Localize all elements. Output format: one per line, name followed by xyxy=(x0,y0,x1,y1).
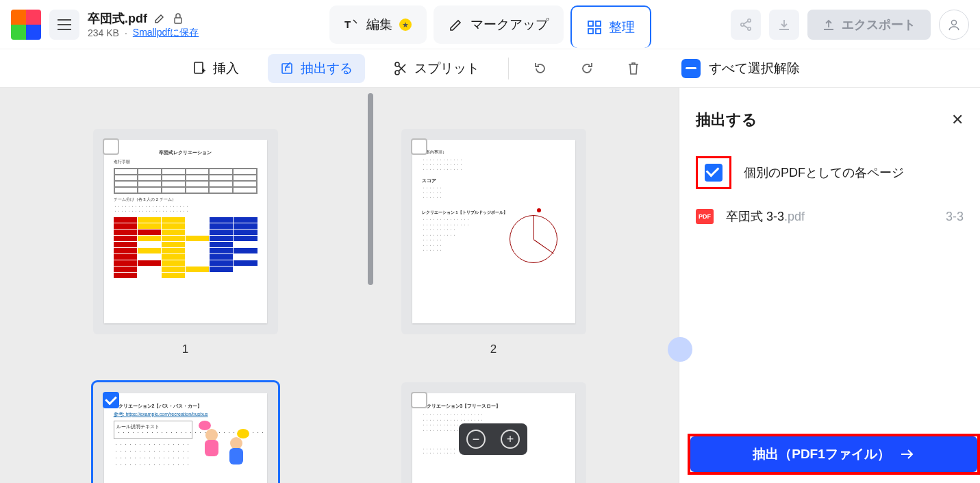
each-page-separate-checkbox[interactable] xyxy=(705,164,723,182)
highlight-box xyxy=(696,156,731,189)
share-button[interactable] xyxy=(731,10,761,40)
output-filename: 卒団式 3-3.pdf xyxy=(726,208,805,225)
extract-submit-button[interactable]: 抽出（PDF1ファイル） xyxy=(690,436,977,472)
svg-text:T: T xyxy=(344,18,351,30)
zoom-out-button[interactable]: − xyxy=(466,430,486,449)
menu-icon xyxy=(58,19,71,30)
page-3-preview: レクリエーション2【バス・バス・カー】 参考: https://example.… xyxy=(104,393,267,483)
edit-icon: T xyxy=(344,17,360,32)
split-icon xyxy=(394,61,407,76)
tab-organize[interactable]: 整理 xyxy=(570,5,651,48)
zoom-control: − + xyxy=(459,423,527,455)
deselect-all-button[interactable]: すべて選択解除 xyxy=(681,59,800,78)
app-logo[interactable] xyxy=(11,10,41,40)
top-right-actions: エクスポート xyxy=(731,10,969,40)
share-icon xyxy=(739,18,753,32)
panel-title: 抽出する xyxy=(696,110,757,130)
page-grid[interactable]: 卒団式レクリエーション 進行手順 チーム分け（各 3 人の 2 チーム） ・・・… xyxy=(0,88,679,483)
insert-tool[interactable]: 挿入 xyxy=(180,54,251,83)
rename-icon[interactable] xyxy=(154,12,166,25)
account-button[interactable] xyxy=(939,10,969,40)
scrollbar-thumb[interactable] xyxy=(368,93,373,285)
document-size: 234 KB xyxy=(88,27,119,38)
delete-page-button[interactable] xyxy=(618,53,649,84)
plus-icon: + xyxy=(507,432,514,447)
export-button[interactable]: エクスポート xyxy=(807,10,931,40)
page-thumb-2[interactable]: （案内事項） ・・・・・・・・・・・・・・・・・・・・・・・・・・・・・・・・・… xyxy=(398,129,590,375)
split-tool[interactable]: スプリット xyxy=(381,54,492,83)
output-file-row: PDF 卒団式 3-3.pdf 3-3 xyxy=(696,208,964,225)
svg-rect-0 xyxy=(175,18,181,23)
page-2-preview: （案内事項） ・・・・・・・・・・・・・・・・・・・・・・・・・・・・・・・・・… xyxy=(412,140,575,323)
insert-page-icon xyxy=(192,61,206,76)
close-icon: ✕ xyxy=(951,111,964,128)
scrollbar[interactable] xyxy=(368,88,375,483)
rotate-right-icon xyxy=(579,61,594,76)
rotate-left-icon xyxy=(533,61,548,76)
close-panel-button[interactable]: ✕ xyxy=(951,111,964,129)
floating-handle[interactable] xyxy=(668,337,692,362)
page-number: 1 xyxy=(182,343,188,356)
hamburger-menu[interactable] xyxy=(49,10,79,40)
extract-panel: 抽出する ✕ 個別のPDFとしての各ページ PDF 卒団式 3-3.pdf 3-… xyxy=(679,88,980,483)
svg-point-8 xyxy=(748,27,751,29)
svg-rect-4 xyxy=(588,29,593,34)
page-1-checkbox[interactable] xyxy=(103,138,119,155)
each-page-separate-label: 個別のPDFとしての各ページ xyxy=(744,164,904,181)
minus-icon: − xyxy=(473,432,480,447)
page-3-checkbox[interactable] xyxy=(103,392,119,408)
highlight-box-2: 抽出（PDF1ファイル） xyxy=(688,434,980,475)
organize-toolbar: 挿入 抽出する スプリット すべて選択解除 xyxy=(0,49,980,88)
svg-rect-10 xyxy=(194,62,203,73)
deselect-icon xyxy=(681,59,701,78)
export-icon xyxy=(822,18,835,31)
rotate-right-button[interactable] xyxy=(572,53,602,84)
svg-point-6 xyxy=(741,23,744,25)
user-icon xyxy=(947,18,961,32)
top-bar: 卒団式.pdf 234 KB · Smallpdfに保存 T 編集 ★ マークア… xyxy=(0,0,980,49)
rotate-left-button[interactable] xyxy=(525,53,555,84)
page-number: 2 xyxy=(490,343,497,356)
page-4-checkbox[interactable] xyxy=(411,392,427,408)
extract-tool[interactable]: 抽出する xyxy=(268,54,365,83)
svg-point-7 xyxy=(748,18,751,21)
svg-rect-3 xyxy=(596,21,601,26)
lock-icon xyxy=(173,12,186,25)
page-2-checkbox[interactable] xyxy=(411,138,427,155)
pdf-icon: PDF xyxy=(696,209,714,224)
page-thumb-1[interactable]: 卒団式レクリエーション 進行手順 チーム分け（各 3 人の 2 チーム） ・・・… xyxy=(90,129,281,375)
mode-tabs: T 編集 ★ マークアップ 整理 xyxy=(329,5,651,48)
download-icon xyxy=(777,18,791,32)
svg-point-9 xyxy=(952,20,957,25)
page-thumb-3[interactable]: レクリエーション2【バス・バス・カー】 参考: https://example.… xyxy=(90,382,281,483)
star-badge-icon: ★ xyxy=(399,18,412,31)
zoom-in-button[interactable]: + xyxy=(501,430,520,449)
document-name: 卒団式.pdf xyxy=(88,10,147,27)
main-area: 卒団式レクリエーション 進行手順 チーム分け（各 3 人の 2 チーム） ・・・… xyxy=(0,88,980,483)
markup-icon xyxy=(449,17,464,32)
svg-rect-5 xyxy=(596,29,601,34)
toolbar-divider xyxy=(508,58,509,79)
tab-markup[interactable]: マークアップ xyxy=(434,5,564,44)
tab-edit[interactable]: T 編集 ★ xyxy=(329,5,427,44)
save-to-smallpdf-link[interactable]: Smallpdfに保存 xyxy=(133,27,199,39)
svg-rect-2 xyxy=(588,21,593,26)
page-range: 3-3 xyxy=(946,210,964,224)
arrow-right-icon xyxy=(900,448,915,460)
download-button[interactable] xyxy=(769,10,799,40)
document-info: 卒団式.pdf 234 KB · Smallpdfに保存 xyxy=(88,10,211,39)
trash-icon xyxy=(627,61,640,76)
page-1-preview: 卒団式レクリエーション 進行手順 チーム分け（各 3 人の 2 チーム） ・・・… xyxy=(104,140,267,323)
extract-icon xyxy=(280,62,294,75)
organize-icon xyxy=(587,20,602,35)
